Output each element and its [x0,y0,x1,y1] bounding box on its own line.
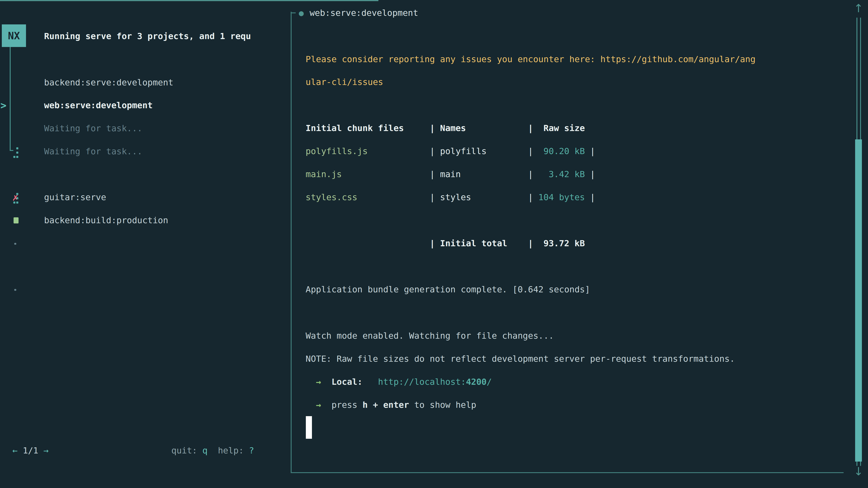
panel-bottom-border [291,472,844,473]
panel-title-line [0,0,378,1]
chunk-name: polyfills [440,146,528,156]
help-hint-post: to show help [414,400,476,410]
chunk-size: 104 bytes [533,192,585,202]
panel-left-border [291,12,291,473]
key-enter: enter [383,400,409,410]
task-row-backend-build[interactable]: backend:build:production [0,209,289,232]
pipe: | [528,123,533,133]
pipe: | [528,146,533,156]
page-indicator: 1/1 [23,446,38,455]
quit-label: quit: [171,446,197,455]
issue-report-line-2[interactable]: ular-cli/issues [306,70,383,94]
scrollbar-thumb[interactable] [855,139,862,462]
nx-tui-screen: NX Running serve for 3 projects, and 1 r… [0,0,868,488]
col-raw-size: Raw size [533,123,585,133]
table-row: styles.css | styles | 104 bytes | [306,186,595,209]
help-hint-line: → press h + enter to show help [306,393,476,416]
help-label: help: [218,446,244,455]
pipe: | [430,146,440,156]
task-label: guitar:serve [44,192,106,202]
local-url-line: → Local: http://localhost:4200/ [306,370,492,393]
pipe: | [585,192,595,202]
pipe: | [528,192,533,202]
pipe: | [585,146,595,156]
watch-mode-line: Watch mode enabled. Watching for file ch… [306,324,554,347]
task-row-waiting-2[interactable]: Waiting for task... [0,140,289,163]
task-label: backend:build:production [44,215,168,225]
chunk-file: main.js [306,169,430,179]
task-label: Waiting for task... [44,147,143,156]
bundle-complete-line: Application bundle generation complete. … [306,278,590,301]
running-bullet-icon: ● [299,8,304,18]
pipe: | [430,192,440,202]
page-prev-arrow[interactable]: ← [12,446,18,455]
task-label: web:serve:development [44,100,153,110]
pipe: | [528,238,533,248]
chunk-file: polyfills.js [306,146,430,156]
pending-dot-icon [14,289,16,291]
table-total-row: | Initial total | 93.72 kB [306,232,595,255]
pagination: ← 1/1 → [12,439,49,462]
selected-chevron-icon: > [0,100,6,111]
help-bar: quit: q help: ? [171,439,254,462]
col-initial-chunk-files: Initial chunk files [306,123,430,133]
panel-header: ● web:serve:development [299,1,418,24]
note-line: NOTE: Raw file sizes do not reflect deve… [306,347,735,370]
help-key: ? [249,446,254,455]
arrow-right-icon: → [316,377,321,387]
sidebar-title: Running serve for 3 projects, and 1 requ [44,25,289,48]
table-row: main.js | main | 3.42 kB | [306,163,595,186]
task-row-web-serve[interactable]: > web:serve:development [0,94,289,117]
task-row-waiting-1[interactable]: Waiting for task... [0,117,289,140]
page-next-arrow[interactable]: → [43,446,49,455]
pipe: | [585,169,595,179]
pipe: | [528,169,533,179]
task-row-backend-serve[interactable]: backend:serve:development [0,71,289,94]
help-hint-pre: press [331,400,357,410]
local-url[interactable]: http://localhost:4200/ [378,377,492,387]
chunk-name: styles [440,192,528,202]
nx-logo-badge: NX [2,24,26,47]
scroll-up-arrow-icon[interactable]: ↑ [852,2,865,15]
scroll-down-arrow-icon[interactable]: ↓ [852,465,865,478]
total-size: 93.72 kB [533,238,585,248]
panel-title: web:serve:development [310,8,418,18]
pipe: | [430,169,440,179]
terminal-cursor [306,416,312,439]
key-h: h [363,400,368,410]
chunk-file: styles.css [306,192,430,202]
col-names: Names [440,123,528,133]
quit-key: q [202,446,208,455]
task-label: Waiting for task... [44,123,143,133]
task-label: backend:serve:development [44,77,174,88]
chunk-size: 90.20 kB [533,146,585,156]
table-row: polyfills.js | polyfills | 90.20 kB | [306,140,595,163]
pending-dot-icon [14,243,16,245]
pipe: | [430,123,440,133]
chunk-table-header: Initial chunk files | Names | Raw size [306,117,595,140]
success-square-icon [13,217,19,223]
arrow-right-icon: → [316,400,321,410]
pipe: | [430,238,440,248]
chunk-size: 3.42 kB [533,169,585,179]
failed-cross-icon: ✗ [12,192,18,203]
total-label: Initial total [440,238,528,248]
issue-report-line-1[interactable]: Please consider reporting any issues you… [306,48,755,71]
panel-top-border-stub [291,12,296,13]
plus-sign: + [373,400,378,410]
chunk-name: main [440,169,528,179]
task-row-guitar-serve[interactable]: ✗ guitar:serve [0,186,289,209]
local-label: Local: [331,377,362,387]
